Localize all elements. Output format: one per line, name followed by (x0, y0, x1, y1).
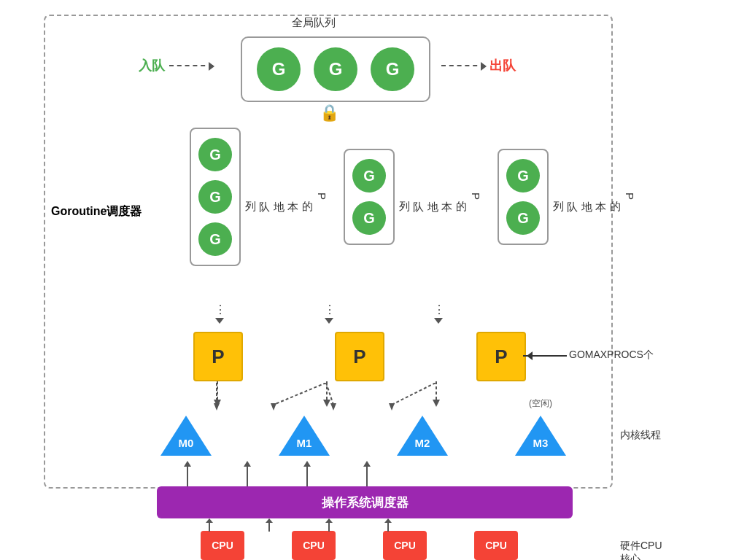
m2-container: M2 (393, 412, 452, 459)
svg-marker-27 (303, 461, 311, 467)
hardware-cpu-label: 硬件CPU核心 (620, 540, 671, 560)
cpu-box-2: CPU (292, 531, 336, 560)
lq2-g1: G (352, 159, 386, 192)
lq3-g1: G (506, 159, 540, 192)
local-queue-box-1: G G G (190, 128, 241, 266)
svg-marker-20 (515, 416, 566, 456)
svg-marker-18 (397, 416, 448, 456)
svg-marker-14 (160, 416, 212, 456)
p-boxes: P P P (193, 332, 526, 381)
cpu-box-1: CPU (201, 531, 244, 560)
svg-text:M0: M0 (179, 437, 194, 449)
dequeue-area: 出队 (441, 57, 516, 74)
kernel-thread-label: 内核线程 (620, 429, 661, 442)
p-box-1: P (193, 332, 243, 381)
goroutine-scheduler-label: Goroutine调度器 (51, 204, 142, 219)
svg-text:M3: M3 (533, 437, 549, 449)
local-queue-group-2: G G P的本地队列 (344, 128, 483, 266)
lq1-g3: G (198, 222, 232, 256)
m3-container: (空闲) M3 (511, 412, 570, 459)
svg-text:M1: M1 (297, 437, 312, 449)
svg-marker-33 (266, 518, 273, 523)
local-queue-box-2: G G (344, 149, 395, 245)
local-queue-box-3: G G (498, 149, 549, 245)
local-queue-label-1: P的本地队列 (244, 192, 329, 201)
local-queue-group-3: G G P的本地队列 (498, 128, 637, 266)
svg-text:M2: M2 (415, 437, 430, 449)
svg-marker-16 (279, 416, 330, 456)
dequeue-label: 出队 (489, 57, 516, 74)
main-diagram: Goroutine调度器 全局队列 入队 G G G 出队 🔒 (44, 7, 671, 547)
enqueue-area: 入队 (139, 57, 213, 74)
p-box-2: P (335, 332, 384, 381)
cpu-to-os-arrows (157, 518, 576, 532)
local-queue-group-1: G G G P的本地队列 (190, 128, 329, 266)
g-circle-2: G (314, 47, 357, 91)
os-scheduler-bar: 操作系统调度器 (157, 486, 573, 518)
m-triangles-row: M0 M1 M2 (空闲) M3 (157, 412, 570, 459)
svg-marker-37 (384, 518, 392, 523)
svg-marker-23 (184, 461, 191, 467)
svg-marker-11 (323, 400, 330, 407)
m1-container: M1 (275, 412, 333, 459)
lq2-g2: G (352, 201, 386, 235)
m0-triangle: M0 (157, 412, 215, 459)
idle-label: (空闲) (529, 397, 552, 410)
lock-icon: 🔒 (320, 104, 339, 122)
g-circle-3: G (371, 47, 414, 91)
os-to-m-arrows (157, 459, 576, 486)
m1-triangle: M1 (275, 412, 333, 459)
m0-container: M0 (157, 412, 215, 459)
local-queues: G G G P的本地队列 G G P的本地队列 G G P的本地队列 (190, 128, 637, 266)
svg-marker-9 (214, 400, 221, 407)
g-circle-1: G (257, 47, 301, 91)
m3-triangle: M3 (511, 412, 570, 459)
svg-marker-13 (433, 400, 440, 407)
p-box-3: P (476, 332, 526, 381)
global-queue-label: 全局队列 (292, 16, 336, 30)
local-queue-label-2: P的本地队列 (398, 192, 483, 201)
cpu-box-4: CPU (474, 531, 518, 560)
os-scheduler-label: 操作系统调度器 (322, 494, 409, 511)
svg-marker-35 (325, 518, 333, 523)
lq1-g2: G (198, 180, 232, 214)
lq3-g2: G (506, 201, 540, 235)
svg-marker-25 (244, 461, 251, 467)
lq-to-p-arrow-3: ⋮ (433, 303, 444, 324)
lq-to-p-arrow-1: ⋮ (214, 303, 225, 324)
cpu-box-3: CPU (383, 531, 427, 560)
m2-triangle: M2 (393, 412, 452, 459)
gomaxprocs-label: GOMAXPROCS个 (569, 349, 654, 362)
global-queue-box: G G G (241, 36, 430, 102)
lq-to-p-arrow-2: ⋮ (324, 303, 334, 324)
lq1-g1: G (198, 138, 232, 171)
svg-marker-31 (206, 518, 213, 523)
cpu-boxes-row: CPU CPU CPU CPU (201, 531, 518, 560)
local-queue-label-3: P的本地队列 (551, 192, 637, 201)
gomaxprocs-arrow (523, 355, 567, 357)
enqueue-label: 入队 (139, 57, 165, 74)
svg-marker-29 (363, 461, 371, 467)
